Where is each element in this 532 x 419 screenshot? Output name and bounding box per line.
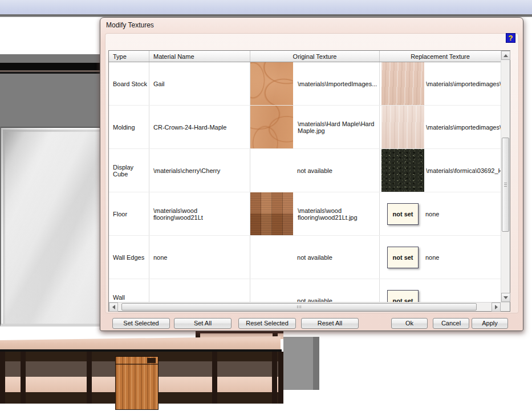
cell-material-name: none	[149, 236, 250, 279]
cell-replacement-text: none	[425, 254, 439, 261]
cell-material-name: \materials\wood flooring\wood21Lt	[149, 192, 250, 235]
cell-material-name: Gail	[149, 62, 250, 105]
background-window-titlebar	[0, 0, 532, 14]
render-countertop	[0, 336, 281, 350]
scroll-right-button[interactable]	[492, 303, 501, 312]
scroll-up-button[interactable]	[501, 51, 510, 60]
set-all-button[interactable]: Set All	[174, 318, 232, 329]
cell-original-text: not available	[250, 279, 380, 302]
table-row-floor[interactable]: Floor \materials\wood flooring\wood21Lt …	[109, 192, 501, 236]
cell-type: Floor	[109, 192, 149, 235]
pale-maple-texture-thumbnail	[381, 62, 424, 105]
render-cabinet-post	[0, 352, 5, 404]
horizontal-scrollbar[interactable]	[109, 303, 501, 311]
ok-button[interactable]: Ok	[391, 318, 428, 329]
vertical-scrollbar-thumb[interactable]	[502, 138, 509, 232]
cell-type: Wall Window	[109, 279, 149, 302]
header-type: Type	[109, 51, 149, 62]
render-cabinet-post	[87, 352, 92, 404]
cell-original-text: not available	[250, 149, 380, 192]
horizontal-scrollbar-thumb[interactable]	[121, 303, 477, 311]
render-cabinet-door	[115, 356, 159, 410]
cell-type: Display Cube	[109, 149, 149, 192]
arrow-up-icon	[503, 54, 508, 57]
arrow-right-icon	[495, 305, 498, 309]
render-dark-band	[0, 63, 103, 70]
header-original-texture: Original Texture	[250, 51, 380, 62]
render-cabinet-post	[212, 352, 217, 404]
cell-material-name	[149, 279, 250, 302]
dialog-title[interactable]: Modify Textures	[106, 21, 154, 29]
cell-material-name: \materials\cherry\Cherry	[149, 149, 250, 192]
set-selected-button[interactable]: Set Selected	[112, 318, 170, 329]
render-door-seam	[116, 364, 158, 365]
table-row-molding[interactable]: Molding CR-Crown-24-Hard-Maple \material…	[109, 106, 501, 149]
green-granite-texture-thumbnail	[381, 149, 424, 192]
table-row-display-cube[interactable]: Display Cube \materials\cherry\Cherry no…	[109, 149, 501, 192]
help-button[interactable]: ?	[506, 33, 515, 43]
cell-material-name: CR-Crown-24-Hard-Maple	[149, 106, 250, 148]
cherry-wood-texture-thumbnail	[250, 62, 293, 105]
render-wall-band-2	[0, 74, 103, 127]
pale-maple-texture-thumbnail	[381, 106, 424, 148]
render-mirror-panel	[0, 127, 102, 327]
screen: Modify Textures ? Type Material Name Ori…	[0, 0, 532, 419]
cell-replacement-text: \materials\importedimages\	[426, 124, 501, 131]
modify-textures-dialog: Modify Textures ? Type Material Name Ori…	[100, 17, 523, 331]
header-replacement-texture: Replacement Texture	[380, 51, 501, 62]
not-set-button[interactable]: not set	[387, 247, 419, 268]
not-set-button[interactable]: not set	[387, 290, 419, 303]
vertical-scrollbar[interactable]	[501, 51, 510, 302]
table-header-row: Type Material Name Original Texture Repl…	[109, 51, 501, 62]
apply-button[interactable]: Apply	[472, 318, 508, 329]
render-cabinet-post	[272, 352, 277, 404]
reset-selected-button[interactable]: Reset Selected	[238, 318, 296, 329]
table-body: Board Stock Gail \materials\ImportedImag…	[109, 62, 501, 302]
arrow-down-icon	[503, 296, 508, 299]
table-row-board-stock[interactable]: Board Stock Gail \materials\ImportedImag…	[109, 62, 501, 106]
cell-type: Wall Edges	[109, 236, 149, 279]
render-wall-band	[0, 54, 103, 63]
cell-original-text: not available	[250, 236, 380, 279]
cell-original-text: \materials\Hard Maple\Hard Maple.jpg	[293, 120, 379, 134]
parquet-wood-texture-thumbnail	[250, 192, 293, 235]
table-row-wall-window[interactable]: Wall Window not available not set	[109, 279, 501, 302]
render-gray-box	[283, 337, 319, 390]
scroll-left-button[interactable]	[109, 303, 118, 312]
arrow-left-icon	[112, 305, 115, 309]
textures-table: Type Material Name Original Texture Repl…	[108, 50, 510, 312]
reset-all-button[interactable]: Reset All	[301, 318, 359, 329]
header-material-name: Material Name	[149, 51, 250, 62]
cell-type: Board Stock	[109, 62, 149, 105]
cherry-wood-texture-thumbnail	[250, 106, 293, 148]
scrollbar-corner	[501, 303, 510, 311]
cell-original-text: \materials\wood flooring\wood21Lt.jpg	[293, 207, 379, 221]
table-row-wall-edges[interactable]: Wall Edges none not available not set no…	[109, 236, 501, 279]
cell-type: Molding	[109, 106, 149, 148]
cell-replacement-text: \materials\formica\03692_H	[426, 167, 501, 174]
scroll-down-button[interactable]	[501, 293, 510, 302]
render-cabinet-post	[21, 352, 26, 404]
cell-original-text: \materials\ImportedImages...	[293, 80, 379, 87]
cell-replacement-text: none	[425, 211, 439, 217]
not-set-button[interactable]: not set	[387, 203, 419, 225]
cancel-button[interactable]: Cancel	[433, 318, 469, 329]
render-cabinet-post	[278, 352, 283, 404]
render-door-hinge	[147, 358, 156, 363]
cell-replacement-text: \materials\importedimages\	[426, 80, 501, 87]
